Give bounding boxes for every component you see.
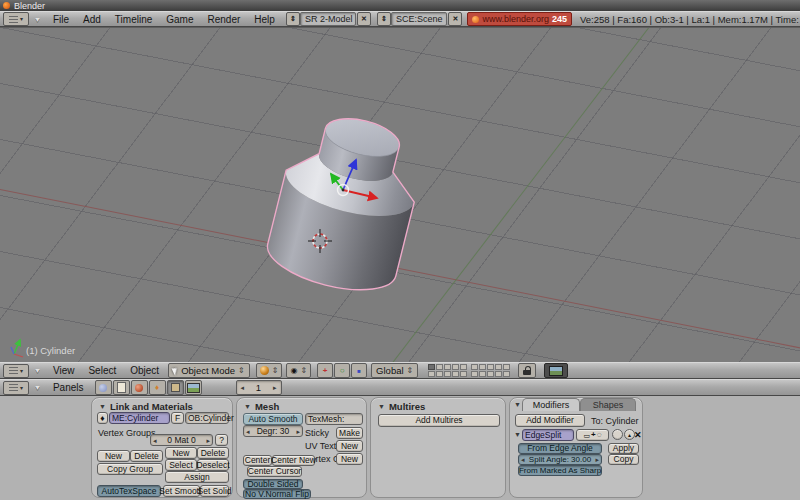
layer-button[interactable] bbox=[487, 371, 494, 377]
tab-shapes[interactable]: Shapes bbox=[580, 398, 636, 411]
fake-user-button[interactable]: F bbox=[171, 412, 184, 424]
uv-new-button[interactable]: New bbox=[336, 440, 363, 452]
layer-button[interactable] bbox=[460, 371, 467, 377]
copy-button[interactable]: Copy bbox=[608, 454, 639, 465]
panel-collapse-icon[interactable]: ▼ bbox=[514, 401, 521, 408]
auto-smooth-toggle[interactable]: Auto Smooth bbox=[243, 413, 303, 425]
mode-selector[interactable]: Object Mode ⇕ bbox=[168, 363, 250, 378]
panel-header[interactable]: ▼ Link and Materials bbox=[99, 400, 193, 412]
layer-button[interactable] bbox=[428, 371, 435, 377]
mesh-datablock-field[interactable]: ME:Cylinder bbox=[109, 412, 170, 424]
assign-button[interactable]: Assign bbox=[165, 471, 229, 483]
modifier-collapse-icon[interactable]: ▼ bbox=[514, 431, 521, 438]
layer-button[interactable] bbox=[479, 364, 486, 370]
decrement-icon[interactable]: ◂ bbox=[241, 384, 245, 392]
orientation-selector[interactable]: Global ⇕ bbox=[371, 363, 418, 378]
select-button[interactable]: Select bbox=[165, 459, 197, 471]
deselect-button[interactable]: Deselect bbox=[197, 459, 229, 471]
object-datablock-field[interactable]: OB:Cylinder bbox=[185, 412, 229, 424]
vertex-color-new-button[interactable]: New bbox=[336, 453, 363, 465]
center-cursor-button[interactable]: Center Cursor bbox=[247, 466, 302, 477]
screen-datablock-field[interactable]: SR 2-Model bbox=[300, 12, 356, 26]
object-context-button[interactable]: ♦ bbox=[149, 380, 166, 395]
panel-collapse-icon[interactable]: ▼ bbox=[244, 403, 251, 410]
degr-field[interactable]: ◂ Degr: 30 ▸ bbox=[243, 425, 303, 437]
layer-button[interactable] bbox=[495, 364, 502, 370]
window-type-button[interactable]: ▾ bbox=[3, 364, 29, 378]
from-marked-sharp-toggle[interactable]: From Marked As Sharp bbox=[518, 465, 602, 476]
layer-button[interactable] bbox=[436, 364, 443, 370]
screen-close-button[interactable]: ✕ bbox=[357, 12, 371, 26]
menu-object[interactable]: Object bbox=[123, 365, 166, 376]
layer-button[interactable] bbox=[471, 364, 478, 370]
material-delete-button[interactable]: Delete bbox=[197, 447, 229, 459]
editmode-toggle-icon[interactable]: + bbox=[591, 431, 596, 439]
split-angle-field[interactable]: ◂ Split Angle: 30.00 ▸ bbox=[518, 454, 602, 465]
menu-select[interactable]: Select bbox=[81, 365, 123, 376]
render-toggle-icon[interactable]: ▭ bbox=[583, 432, 590, 439]
menu-game[interactable]: Game bbox=[159, 14, 200, 25]
texmesh-field[interactable]: TexMesh: bbox=[305, 413, 363, 425]
decrement-icon[interactable]: ◂ bbox=[521, 456, 525, 463]
modifier-name-field[interactable]: EdgeSplit bbox=[522, 429, 574, 441]
layer-button[interactable] bbox=[436, 371, 443, 377]
panels-menu[interactable]: Panels bbox=[46, 382, 91, 393]
increment-icon[interactable]: ▸ bbox=[296, 428, 300, 435]
layer-button[interactable] bbox=[460, 364, 467, 370]
menu-timeline[interactable]: Timeline bbox=[108, 14, 159, 25]
no-vnormal-flip-toggle[interactable]: No V.Normal Flip bbox=[243, 489, 311, 499]
layer-button[interactable] bbox=[444, 371, 451, 377]
window-type-button[interactable]: ▾ bbox=[3, 381, 29, 395]
3d-viewport[interactable]: (1) Cylinder bbox=[0, 27, 800, 363]
script-context-button[interactable] bbox=[113, 380, 130, 395]
tab-modifiers[interactable]: Modifiers bbox=[522, 398, 580, 411]
editing-context-button[interactable] bbox=[167, 380, 184, 395]
center-new-button[interactable]: Center New bbox=[272, 455, 315, 466]
layer-button[interactable] bbox=[444, 364, 451, 370]
panel-collapse-icon[interactable]: ▼ bbox=[99, 403, 106, 410]
scene-close-button[interactable]: ✕ bbox=[448, 12, 462, 26]
lock-layers-button[interactable] bbox=[518, 363, 536, 378]
scene-context-button[interactable] bbox=[185, 380, 202, 395]
center-button[interactable]: Center bbox=[243, 455, 272, 466]
layer-button[interactable] bbox=[479, 371, 486, 377]
set-solid-button[interactable]: Set Solid bbox=[200, 485, 229, 497]
panel-collapse-icon[interactable]: ▼ bbox=[378, 403, 385, 410]
manipulator-scale-button[interactable]: ■ bbox=[351, 363, 367, 378]
menu-view[interactable]: View bbox=[46, 365, 82, 376]
manipulator-translate-button[interactable]: + bbox=[317, 363, 333, 378]
increment-icon[interactable]: ▸ bbox=[206, 437, 210, 444]
increment-icon[interactable]: ▸ bbox=[595, 456, 599, 463]
material-new-button[interactable]: New bbox=[165, 447, 197, 459]
cage-toggle-icon[interactable]: ◌ bbox=[597, 431, 602, 439]
pivot-selector[interactable]: ◉ ⇕ bbox=[286, 363, 311, 378]
double-sided-toggle[interactable]: Double Sided bbox=[243, 479, 303, 489]
menu-add[interactable]: Add bbox=[76, 14, 108, 25]
panel-header[interactable]: ▼ Multires bbox=[378, 400, 425, 412]
layer-button[interactable] bbox=[495, 371, 502, 377]
frame-number-field[interactable]: ◂ 1 ▸ bbox=[236, 380, 282, 395]
set-smooth-button[interactable]: Set Smooth bbox=[163, 485, 200, 497]
panel-header[interactable]: ▼ Mesh bbox=[244, 400, 279, 412]
cylinder-object[interactable] bbox=[261, 105, 430, 301]
increment-icon[interactable]: ▸ bbox=[273, 384, 277, 392]
manipulator-rotate-button[interactable]: ○ bbox=[334, 363, 350, 378]
copy-group-button[interactable]: Copy Group bbox=[97, 463, 163, 475]
auto-name-button[interactable]: ♦ bbox=[97, 412, 108, 424]
layer-button[interactable] bbox=[487, 364, 494, 370]
add-multires-button[interactable]: Add Multires bbox=[378, 414, 500, 427]
shading-context-button[interactable] bbox=[131, 380, 148, 395]
add-modifier-button[interactable]: Add Modifier bbox=[515, 414, 585, 427]
layer-button[interactable] bbox=[452, 364, 459, 370]
scene-datablock-field[interactable]: SCE:Scene bbox=[391, 12, 448, 26]
render-preview-button[interactable] bbox=[544, 363, 568, 378]
layer-button[interactable] bbox=[503, 364, 510, 370]
apply-button[interactable]: Apply bbox=[608, 443, 639, 454]
layer-1-button[interactable] bbox=[428, 364, 435, 370]
header-collapse-icon[interactable]: ▼ bbox=[34, 367, 41, 374]
screen-browse-button[interactable]: ⇕ bbox=[286, 12, 300, 26]
layer-button[interactable] bbox=[452, 371, 459, 377]
menu-help[interactable]: Help bbox=[247, 14, 282, 25]
autotexspace-toggle[interactable]: AutoTexSpace bbox=[97, 485, 161, 497]
vgroup-delete-button[interactable]: Delete bbox=[130, 450, 163, 462]
